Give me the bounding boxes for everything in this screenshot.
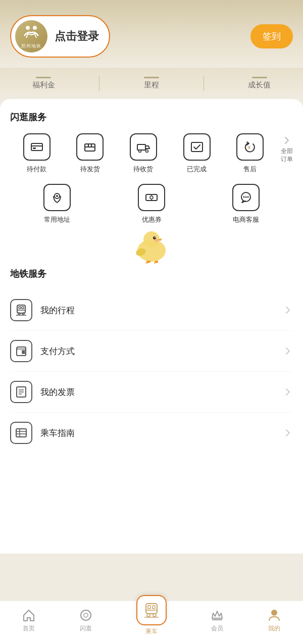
completed-label: 已完成 [187,165,207,174]
invoice-icon [15,385,28,399]
trip-icon-box [10,299,32,321]
stat-divider-1 [99,76,99,91]
svg-point-47 [84,613,88,617]
metro-service-section: 地铁服务 我的行程 [10,268,293,453]
stat-dash-2 [144,77,159,78]
invoice-chevron-icon [283,387,293,397]
completed-icon-box [183,133,211,161]
svg-rect-9 [137,144,145,150]
svg-point-23 [247,196,248,198]
nav-metro[interactable]: 乘车 [136,605,167,636]
nav-shop[interactable]: 闪逛 [79,608,93,633]
svg-point-1 [33,26,37,30]
nav-metro-icon-wrap [136,595,167,625]
metro-item-trip[interactable]: 我的行程 [10,290,293,331]
nav-mine[interactable]: 我的 [267,608,281,633]
svg-point-11 [145,150,148,153]
pending-payment-label: 待付款 [27,165,46,174]
truck-icon [136,140,150,154]
login-card[interactable]: 郑州地铁 点击登录 [10,15,110,58]
svg-rect-30 [17,305,25,313]
metro-item-invoice[interactable]: 我的发票 [10,372,293,413]
mascot-area [10,229,293,260]
home-icon [22,608,36,622]
all-orders-label: 全部 订单 [281,147,293,163]
train-icon [15,304,28,317]
svg-rect-49 [148,606,150,609]
svg-point-26 [153,236,156,239]
payment-chevron-icon [283,346,293,356]
metro-service-title: 地铁服务 [10,268,293,280]
svg-point-15 [56,195,58,197]
nav-home[interactable]: 首页 [22,608,36,633]
address-icon-box [43,184,71,211]
checkin-button[interactable]: 签到 [250,24,293,48]
order-icons-row: 待付款 待发货 [10,133,293,174]
svg-rect-32 [22,307,24,309]
svg-rect-42 [16,429,26,437]
guide-chevron-icon [283,428,293,438]
all-orders-col[interactable]: 全部 订单 [277,133,293,163]
icon-pending-receive[interactable]: 待收货 [117,133,170,174]
payment-icon-box [10,340,32,362]
svg-point-17 [150,196,153,199]
icon-completed[interactable]: 已完成 [170,133,224,174]
svg-rect-2 [31,143,42,151]
svg-point-21 [243,196,244,198]
location-icon [50,190,64,205]
login-label: 点击登录 [55,29,99,44]
svg-point-27 [155,237,156,238]
aftersale-label: 售后 [243,165,257,174]
pending-payment-icon-box [23,133,50,161]
metro-item-guide[interactable]: 乘车指南 [10,413,293,453]
stat-fulijin[interactable]: 福利金 [32,77,55,90]
nav-member-label: 会员 [211,624,223,633]
stat-dash [36,77,51,78]
coupon-label: 优惠券 [142,215,162,224]
stats-row: 福利金 里程 成长值 [0,68,303,99]
return-icon: ¥ [243,140,257,154]
customer-service-label: 电商客服 [233,215,259,224]
coupon-icon-box [138,184,165,211]
nav-mine-label: 我的 [268,624,280,633]
svg-point-10 [138,150,141,153]
svg-point-46 [81,610,91,620]
metro-item-payment[interactable]: 支付方式 [10,331,293,372]
invoice-label: 我的发票 [40,386,283,398]
svg-rect-4 [33,147,36,149]
icon-coupon[interactable]: 优惠券 [105,184,199,224]
bottom-nav: 首页 闪逛 乘车 会员 [0,601,303,644]
icon-pending-payment[interactable]: 待付款 [10,133,64,174]
trip-label: 我的行程 [40,305,283,316]
metro-logo-text: 郑州地铁 [21,43,41,49]
nav-metro-label: 乘车 [145,627,158,636]
nav-home-label: 首页 [23,624,35,633]
customer-service-icon-box [232,184,260,211]
address-label: 常用地址 [44,215,70,224]
svg-point-37 [23,351,25,354]
duck-mascot-icon [129,224,174,265]
chat-icon [239,190,253,205]
icon-customer-service[interactable]: 电商客服 [198,184,293,224]
icon-aftersale[interactable]: ¥ 售后 [223,133,277,174]
profile-row: 郑州地铁 点击登录 签到 [10,15,293,58]
shop-icon [79,608,93,622]
utility-icons-row: 常用地址 优惠券 [10,184,293,224]
stat-divider-2 [204,76,204,91]
header-area: 郑州地铁 点击登录 签到 [0,0,303,68]
nav-member[interactable]: 会员 [210,608,224,633]
box-icon [83,140,97,154]
svg-text:¥: ¥ [248,145,250,150]
svg-point-0 [26,26,30,30]
icon-pending-ship[interactable]: 待发货 [64,133,117,174]
order-icons-group: 待付款 待发货 [10,133,277,174]
metro-nav-icon [142,601,161,619]
stat-dash-3 [252,77,267,78]
svg-rect-12 [191,142,203,152]
pending-ship-icon-box [76,133,104,161]
stat-chengzhang[interactable]: 成长值 [248,77,271,90]
icon-address[interactable]: 常用地址 [10,184,105,224]
stat-licheng[interactable]: 里程 [144,77,159,90]
wallet-icon [15,344,28,358]
svg-rect-31 [19,307,21,309]
